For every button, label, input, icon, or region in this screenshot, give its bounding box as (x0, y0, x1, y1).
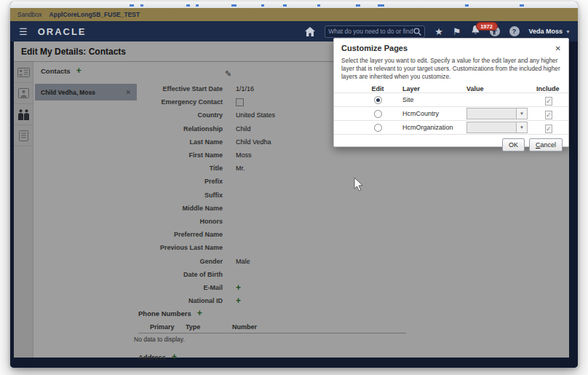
sandbox-name: ApplCoreLongSB_FUSE_TEST (49, 11, 140, 18)
layer-table-header: Edit Layer Value Include (334, 85, 568, 92)
hcmorganization-value-dropdown[interactable]: ▼ (466, 122, 528, 133)
browser-bookmarks-strip (10, 1, 578, 8)
chevron-down-icon: ▼ (565, 29, 571, 34)
layer-name: HcmOrganization (395, 124, 459, 131)
sandbox-label: Sandbox (17, 11, 42, 18)
sandbox-banner: Sandbox ApplCoreLongSB_FUSE_TEST (10, 8, 578, 21)
layer-row-hcmorganization: HcmOrganization ▼ (334, 120, 568, 134)
search-icon[interactable] (413, 28, 421, 36)
user-name: Veda Moss (529, 28, 563, 35)
hcmcountry-include-checkbox[interactable] (545, 111, 552, 119)
customize-pages-dialog: Customize Pages ✕ Select the layer you w… (333, 38, 569, 147)
dropdown-arrow-icon[interactable]: ▼ (516, 122, 527, 133)
search-input[interactable] (328, 28, 413, 35)
hcmcountry-value-dropdown[interactable]: ▼ (466, 108, 528, 119)
dialog-description: Select the layer you want to edit. Speci… (334, 55, 568, 80)
col-edit: Edit (360, 85, 395, 92)
notification-count-badge[interactable]: 1972 (476, 22, 498, 31)
layer-name: HcmCountry (395, 110, 459, 117)
dialog-close-icon[interactable]: ✕ (555, 44, 561, 52)
global-search[interactable] (325, 25, 425, 38)
hcmcountry-radio[interactable] (374, 110, 382, 118)
col-value: Value (459, 85, 536, 92)
watchlist-flag-icon[interactable]: ⚑ (453, 27, 461, 36)
notifications[interactable]: 1972 (471, 25, 480, 38)
home-icon[interactable] (304, 26, 315, 37)
col-include: Include (536, 85, 570, 92)
hcmorganization-include-checkbox[interactable] (545, 125, 552, 133)
layer-row-site: Site (334, 92, 568, 106)
ok-button[interactable]: OK (502, 138, 525, 151)
site-include-checkbox[interactable] (545, 97, 552, 106)
hcmorganization-radio[interactable] (374, 124, 382, 132)
user-menu[interactable]: Veda Moss ▼ (529, 28, 571, 35)
dropdown-arrow-icon[interactable]: ▼ (516, 108, 527, 119)
col-layer: Layer (395, 85, 459, 92)
oracle-logo: ORACLE (38, 26, 87, 37)
favorites-star-icon[interactable]: ★ (434, 27, 443, 36)
layer-name: Site (395, 96, 459, 103)
navigator-menu-icon[interactable]: ☰ (19, 27, 28, 36)
dialog-title: Customize Pages (341, 44, 555, 52)
layer-row-hcmcountry: HcmCountry ▼ (334, 106, 568, 120)
site-radio[interactable] (374, 96, 382, 104)
mouse-cursor (354, 177, 365, 195)
cancel-button[interactable]: Cancel (529, 138, 563, 151)
app-window: Sandbox ApplCoreLongSB_FUSE_TEST ☰ ORACL… (10, 1, 578, 368)
help-icon[interactable]: ? (509, 26, 520, 36)
